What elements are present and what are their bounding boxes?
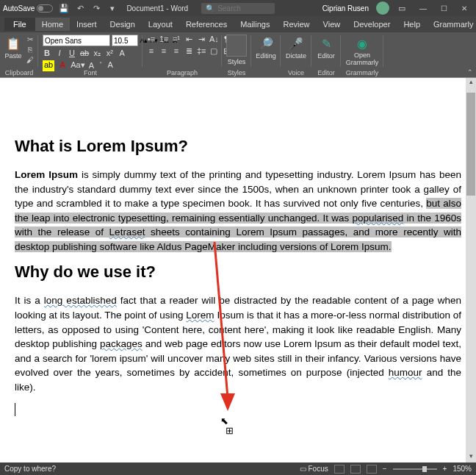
zoom-slider[interactable] — [393, 468, 437, 470]
tab-references[interactable]: References — [179, 18, 234, 31]
editing-button[interactable]: 🔎 Editing — [256, 35, 276, 60]
scroll-thumb[interactable] — [466, 93, 475, 196]
paste-button[interactable]: 📋 Paste — [4, 35, 22, 60]
search-box[interactable]: 🔍 — [201, 3, 275, 14]
subscript-button[interactable]: x₂ — [93, 49, 101, 58]
font-name-select[interactable] — [43, 35, 110, 46]
zoom-out-icon[interactable]: − — [383, 465, 387, 473]
justify-icon[interactable]: ≣ — [184, 46, 193, 56]
para1-letraset: Letraset — [109, 226, 145, 238]
document-page[interactable]: What is Lorem Ipsum? Lorem Ipsum is simp… — [0, 78, 476, 463]
ribbon-tabs: File Home Insert Design Layout Reference… — [0, 16, 476, 32]
focus-label: Focus — [309, 465, 328, 473]
editor-label: Editor — [317, 52, 335, 60]
tab-mailings[interactable]: Mailings — [234, 18, 276, 31]
group-label: Clipboard — [0, 69, 38, 76]
cut-icon[interactable]: ✂ — [25, 35, 35, 43]
heading-1: What is Lorem Ipsum? — [15, 137, 461, 156]
ribbon: 📋 Paste ✂ ⎘ 🖌 Clipboard A▴ A▾ Aa A̷ B I … — [0, 32, 476, 78]
group-voice: 🎤 Dictate Voice — [281, 32, 311, 77]
bold-button[interactable]: B — [43, 49, 51, 58]
align-center-icon[interactable]: ≡ — [159, 46, 168, 56]
focus-mode-button[interactable]: ▭ Focus — [300, 465, 328, 473]
scroll-down-icon[interactable]: ▾ — [466, 452, 476, 463]
qat-dropdown-icon[interactable]: ▾ — [107, 3, 118, 13]
line-spacing-icon[interactable]: ‡≡ — [197, 46, 206, 56]
grammarly-button[interactable]: ◉ Open Grammarly — [345, 35, 379, 67]
p2-a: It is a — [15, 295, 44, 306]
user-name: Ciprian Rusen — [322, 4, 369, 12]
minimize-button[interactable]: — — [414, 4, 432, 12]
align-right-icon[interactable]: ≡ — [172, 46, 181, 56]
italic-button[interactable]: I — [55, 49, 64, 58]
para1-popularised: popularised — [352, 213, 403, 224]
autosave-toggle[interactable]: AutoSave — [3, 4, 53, 12]
increase-indent-icon[interactable]: ⇥ — [197, 35, 206, 44]
tab-view[interactable]: View — [317, 18, 347, 31]
maximize-button[interactable]: ☐ — [435, 4, 452, 12]
zoom-in-icon[interactable]: + — [443, 465, 447, 473]
read-mode-icon[interactable] — [334, 465, 345, 474]
ribbon-options-icon[interactable]: ▭ — [397, 3, 407, 13]
tab-design[interactable]: Design — [104, 18, 142, 31]
titlebar: AutoSave 💾 ↶ ↷ ▾ Document1 - Word 🔍 Cipr… — [0, 0, 476, 16]
tab-file[interactable]: File — [4, 18, 35, 31]
editor-button[interactable]: ✎ Editor — [316, 35, 336, 60]
tab-developer[interactable]: Developer — [347, 18, 397, 31]
group-label: Styles — [222, 69, 251, 76]
multilevel-icon[interactable]: ≡¹ — [172, 35, 181, 44]
zoom-level[interactable]: 150% — [452, 465, 472, 473]
editing-label: Editing — [256, 52, 276, 60]
tab-home[interactable]: Home — [35, 18, 70, 31]
decrease-indent-icon[interactable]: ⇤ — [184, 35, 193, 44]
collapse-ribbon-icon[interactable]: ⌃ — [467, 68, 473, 76]
font-size-select[interactable] — [112, 35, 138, 46]
group-label: Voice — [281, 69, 311, 76]
undo-icon[interactable]: ↶ — [75, 3, 85, 13]
toggle-switch[interactable] — [37, 4, 53, 12]
underline-button[interactable]: U — [68, 49, 76, 58]
shading-icon[interactable]: ▢ — [209, 46, 218, 56]
dictate-button[interactable]: 🎤 Dictate — [285, 35, 307, 60]
styles-icon — [226, 35, 247, 57]
strike-button[interactable]: ab — [80, 49, 89, 58]
insertion-point — [15, 403, 461, 418]
dictate-label: Dictate — [286, 52, 306, 60]
tab-help[interactable]: Help — [397, 18, 427, 31]
scroll-up-icon[interactable]: ▴ — [466, 78, 476, 88]
p2-hum: humour — [389, 367, 422, 378]
tab-layout[interactable]: Layout — [142, 18, 179, 31]
sort-icon[interactable]: A↓ — [209, 35, 218, 44]
paragraph-2: It is a long established fact that a rea… — [15, 293, 461, 394]
format-painter-icon[interactable]: 🖌 — [25, 55, 35, 64]
redo-icon[interactable]: ↷ — [91, 3, 101, 13]
copy-icon[interactable]: ⎘ — [25, 45, 35, 54]
group-editing: 🔎 Editing — [251, 32, 281, 77]
heading-2: Why do we use it? — [15, 262, 461, 282]
close-button[interactable]: ✕ — [455, 4, 473, 12]
avatar[interactable] — [376, 1, 389, 15]
tab-grammarly[interactable]: Grammarly — [427, 18, 476, 31]
numbering-icon[interactable]: 1≡ — [159, 35, 168, 44]
p2-lorem: Lorem — [186, 310, 214, 321]
search-input[interactable] — [217, 4, 269, 12]
p2-long: long established — [44, 295, 117, 306]
group-label: Font — [38, 69, 143, 76]
text-effects-icon[interactable]: A — [118, 49, 126, 58]
styles-button[interactable]: Styles — [226, 35, 247, 65]
superscript-button[interactable]: x² — [105, 49, 114, 58]
find-icon: 🔎 — [257, 35, 275, 52]
vertical-scrollbar[interactable]: ▴ ▾ — [466, 78, 476, 463]
mic-icon: 🎤 — [287, 35, 305, 52]
web-layout-icon[interactable] — [367, 465, 377, 474]
tab-review[interactable]: Review — [277, 18, 317, 31]
status-message: Copy to where? — [4, 465, 56, 473]
statusbar: Copy to where? ▭ Focus − + 150% — [0, 463, 476, 475]
save-icon[interactable]: 💾 — [59, 3, 69, 13]
tab-insert[interactable]: Insert — [70, 18, 104, 31]
para1-text-a: is simply dummy text of the printing and… — [15, 169, 461, 209]
align-left-icon[interactable]: ≡ — [147, 46, 156, 56]
group-grammarly: ◉ Open Grammarly Grammarly — [341, 32, 383, 77]
print-layout-icon[interactable] — [350, 465, 361, 474]
bullets-icon[interactable]: •≡ — [147, 35, 156, 44]
